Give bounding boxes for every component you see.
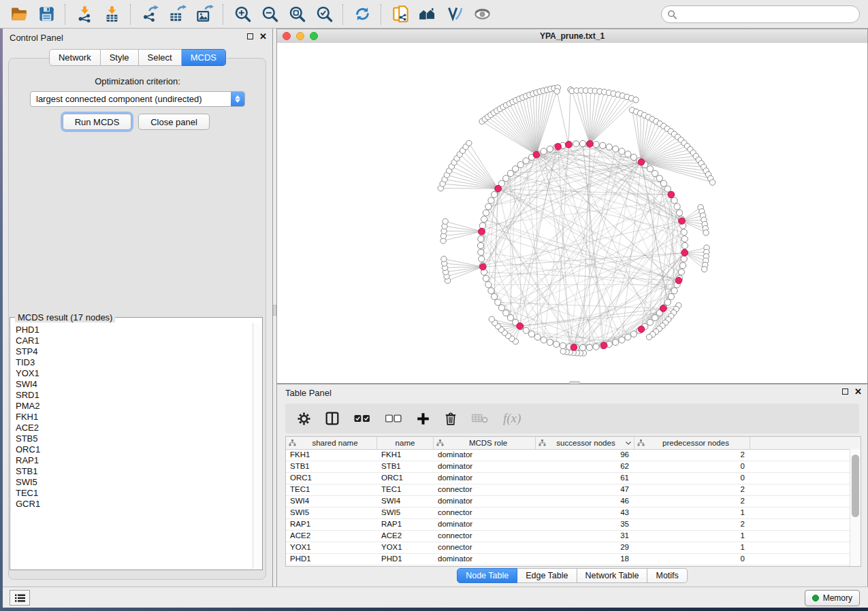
ring-node[interactable]	[547, 339, 553, 345]
ring-node[interactable]	[681, 236, 688, 242]
mcds-result-item[interactable]: SRD1	[16, 390, 253, 401]
ring-node[interactable]	[671, 197, 677, 203]
ring-node[interactable]	[478, 236, 484, 242]
ring-node[interactable]	[507, 170, 513, 176]
table-scrollbar-thumb[interactable]	[852, 455, 859, 517]
ring-node[interactable]	[652, 314, 658, 320]
ring-node[interactable]	[619, 337, 625, 343]
show-task-history-button[interactable]	[10, 590, 30, 606]
mcds-hub-node[interactable]	[675, 278, 682, 284]
ring-node[interactable]	[483, 276, 489, 282]
mcds-hub-node[interactable]	[638, 159, 645, 165]
mcds-result-item[interactable]: CAR1	[16, 335, 253, 346]
mcds-result-item[interactable]: ACE2	[16, 423, 253, 433]
ring-node[interactable]	[630, 154, 637, 160]
tab-network[interactable]: Network	[49, 49, 101, 66]
ring-node[interactable]	[507, 314, 513, 320]
ring-node[interactable]	[523, 158, 529, 164]
mcds-result-item[interactable]: SWI5	[16, 477, 253, 488]
mcds-result-item[interactable]: ORC1	[16, 444, 253, 455]
ring-node[interactable]	[593, 344, 599, 350]
table-row[interactable]: SWI4SWI4dominator462	[286, 496, 861, 508]
ring-node[interactable]	[491, 293, 497, 299]
mcds-hub-node[interactable]	[660, 306, 666, 312]
ring-node[interactable]	[660, 180, 666, 186]
mcds-result-item[interactable]: STB5	[16, 433, 253, 444]
run-mcds-button[interactable]: Run MCDS	[63, 114, 131, 130]
mcds-hub-node[interactable]	[638, 326, 645, 333]
ring-node[interactable]	[579, 344, 585, 350]
preview-button[interactable]	[468, 2, 496, 27]
ring-node[interactable]	[613, 146, 619, 152]
ring-node[interactable]	[523, 327, 529, 333]
mcds-hub-node[interactable]	[570, 344, 577, 351]
ring-node[interactable]	[483, 210, 489, 216]
select-all-rows-button[interactable]	[354, 414, 370, 423]
mcds-result-item[interactable]: SWI4	[16, 379, 253, 390]
float-table-panel-icon[interactable]	[842, 389, 848, 395]
ring-node[interactable]	[613, 339, 619, 345]
satellite-node[interactable]	[489, 316, 494, 322]
tab-node-table[interactable]: Node Table	[457, 568, 517, 583]
ring-node[interactable]	[586, 344, 592, 350]
table-scrollbar[interactable]	[850, 449, 861, 566]
mcds-result-item[interactable]: TEC1	[16, 488, 253, 499]
ring-node[interactable]	[664, 186, 671, 192]
table-row[interactable]: SWI5SWI5connector431	[286, 508, 861, 519]
ring-node[interactable]	[485, 203, 492, 210]
table-row[interactable]: PHD1PHD1dominator180	[286, 554, 861, 565]
memory-button[interactable]: Memory	[805, 590, 860, 606]
ring-node[interactable]	[593, 142, 599, 148]
float-panel-icon[interactable]	[247, 33, 253, 39]
ring-node[interactable]	[479, 256, 485, 262]
mcds-list-scrollbar[interactable]	[253, 323, 261, 569]
ring-node[interactable]	[541, 148, 547, 154]
ring-node[interactable]	[503, 175, 509, 181]
ring-node[interactable]	[625, 334, 631, 340]
mcds-hub-node[interactable]	[517, 323, 524, 329]
mcds-result-item[interactable]: STP4	[16, 346, 253, 357]
column-header-shared-name[interactable]: shared name	[286, 437, 377, 449]
ring-node[interactable]	[485, 282, 492, 288]
mcds-hub-node[interactable]	[600, 342, 607, 349]
ring-node[interactable]	[630, 331, 637, 337]
satellite-node[interactable]	[466, 140, 472, 146]
column-header-MCDS-role[interactable]: MCDS role	[434, 437, 536, 449]
export-table-button[interactable]	[163, 2, 191, 27]
function-builder-button[interactable]: f(x)	[503, 411, 521, 426]
ring-node[interactable]	[668, 293, 674, 299]
tab-style[interactable]: Style	[101, 49, 139, 66]
deselect-all-rows-button[interactable]	[385, 414, 402, 423]
ring-node[interactable]	[674, 203, 680, 210]
ring-node[interactable]	[534, 334, 541, 340]
ring-node[interactable]	[560, 343, 566, 349]
save-button[interactable]	[33, 2, 60, 27]
table-row[interactable]: STB1STB1dominator620	[286, 461, 861, 473]
mcds-hub-node[interactable]	[679, 218, 686, 225]
table-row[interactable]: YOX1YOX1connector291	[286, 542, 861, 554]
satellite-node[interactable]	[633, 97, 639, 103]
column-header-successor-nodes[interactable]: successor nodes	[536, 437, 634, 449]
ring-node[interactable]	[579, 140, 585, 146]
ring-node[interactable]	[678, 269, 684, 275]
mcds-hub-node[interactable]	[681, 250, 688, 257]
export-image-button[interactable]	[191, 2, 218, 27]
satellite-node[interactable]	[560, 348, 566, 354]
ring-node[interactable]	[479, 222, 485, 229]
mcds-hub-node[interactable]	[668, 191, 675, 198]
ring-node[interactable]	[553, 341, 560, 347]
delete-table-button[interactable]	[472, 413, 488, 424]
zoom-fit-button[interactable]	[283, 2, 310, 27]
table-row[interactable]: RAP1RAP1dominator352	[286, 519, 861, 531]
mcds-hub-node[interactable]	[533, 152, 540, 159]
ring-node[interactable]	[680, 263, 686, 269]
export-network-button[interactable]	[136, 2, 163, 27]
ring-node[interactable]	[619, 148, 625, 154]
ring-node[interactable]	[600, 142, 606, 148]
ring-node[interactable]	[606, 144, 612, 150]
column-settings-button[interactable]	[298, 412, 310, 425]
import-table-button[interactable]	[98, 2, 125, 27]
toggle-panel-layout-button[interactable]	[325, 412, 339, 425]
ring-node[interactable]	[681, 242, 688, 248]
ring-node[interactable]	[681, 229, 687, 235]
